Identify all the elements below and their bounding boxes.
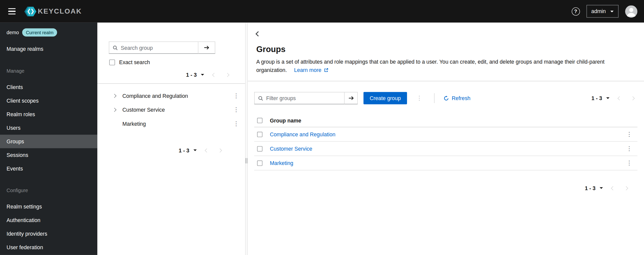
chevron-left-icon: [212, 73, 216, 77]
row-kebab-menu-icon[interactable]: ⋮: [624, 129, 634, 139]
sidebar-item-identity-providers[interactable]: Identity providers: [0, 227, 97, 241]
tree-search-row: [109, 41, 245, 54]
sidebar-item-sessions[interactable]: Sessions: [0, 148, 97, 162]
help-icon[interactable]: ?: [572, 7, 580, 16]
table-row: Customer Service ⋮: [254, 142, 637, 156]
avatar[interactable]: [625, 5, 637, 17]
tree-pagination-menu-toggle[interactable]: 1 - 3: [183, 69, 208, 80]
external-link-icon: [324, 68, 329, 73]
tree-divider: [97, 83, 245, 84]
chevron-right-icon: [225, 73, 229, 77]
table-pagination-bottom: 1 - 3: [248, 182, 644, 194]
keycloak-admin-console: KEYCLOAK ? admin demo Current realm: [0, 0, 644, 255]
groups-tree-panel: Exact search 1 - 3 Compliance and Regula…: [97, 23, 245, 255]
avatar-icon: [625, 5, 637, 17]
sidebar-item-users[interactable]: Users: [0, 121, 97, 135]
table-pagination-menu-toggle-bottom[interactable]: 1 - 3: [582, 183, 606, 194]
sidebar-item-clients[interactable]: Clients: [0, 80, 97, 94]
filter-groups-submit-button[interactable]: [345, 92, 358, 104]
refresh-button[interactable]: Refresh: [444, 95, 470, 101]
previous-page-button: [207, 69, 220, 81]
chevron-right-icon: [624, 186, 628, 190]
row-checkbox[interactable]: [257, 132, 262, 137]
tree-item-compliance-and-regulation[interactable]: Compliance and Regulation ⋮: [97, 89, 245, 103]
chevron-down-icon: [600, 187, 603, 189]
tree-item-customer-service[interactable]: Customer Service ⋮: [97, 103, 245, 117]
chevron-right-icon: [218, 148, 222, 152]
keycloak-logo[interactable]: KEYCLOAK: [24, 5, 82, 17]
chevron-down-icon: [201, 74, 204, 76]
group-link[interactable]: Compliance and Regulation: [270, 131, 336, 137]
group-tree-label[interactable]: Customer Service: [123, 107, 231, 113]
row-kebab-menu-icon[interactable]: ⋮: [624, 158, 634, 168]
collapse-tree-button[interactable]: [253, 28, 263, 39]
sidebar-item-events[interactable]: Events: [0, 162, 97, 175]
hamburger-icon: [8, 8, 16, 9]
table-header-row: Group name: [254, 114, 637, 127]
column-header-group-name: Group name: [270, 117, 621, 123]
user-menu-dropdown[interactable]: admin: [586, 5, 619, 18]
chevron-left-icon: [205, 148, 209, 152]
masthead: KEYCLOAK ? admin: [0, 0, 644, 23]
group-tree-label[interactable]: Marketing: [123, 120, 231, 126]
sidebar-item-client-scopes[interactable]: Client scopes: [0, 94, 97, 108]
search-group-input-group: [109, 41, 198, 54]
group-link[interactable]: Customer Service: [270, 146, 312, 152]
sidebar-item-authentication[interactable]: Authentication: [0, 214, 97, 227]
search-group-submit-button[interactable]: [198, 41, 215, 54]
current-realm-badge: Current realm: [22, 28, 57, 37]
select-all-checkbox[interactable]: [257, 118, 262, 123]
realm-selector[interactable]: demo Current realm: [0, 26, 97, 39]
expand-chevron-icon[interactable]: [110, 91, 119, 100]
learn-more-link[interactable]: Learn more: [294, 66, 328, 74]
drag-handle-icon: [246, 158, 247, 163]
group-tree-label[interactable]: Compliance and Regulation: [123, 93, 231, 99]
kebab-menu-icon[interactable]: ⋮: [231, 105, 241, 114]
drawer-resize-splitter[interactable]: [245, 23, 248, 255]
sidebar-item-user-federation[interactable]: User federation: [0, 241, 97, 254]
tree-pagination-menu-toggle-bottom[interactable]: 1 - 3: [175, 145, 200, 156]
toolbar-kebab-menu-icon: ⋮: [414, 93, 424, 103]
username: admin: [591, 8, 606, 14]
sidebar-item-realm-roles[interactable]: Realm roles: [0, 108, 97, 121]
next-page-button: [213, 144, 226, 156]
table-row: Compliance and Regulation ⋮: [254, 127, 637, 142]
row-checkbox[interactable]: [257, 160, 262, 166]
pagination-range: 1 - 3: [186, 72, 197, 78]
chevron-left-icon: [617, 96, 621, 100]
tree-item-marketing[interactable]: Marketing ⋮: [97, 117, 245, 131]
keycloak-logo-icon: [24, 5, 37, 17]
next-page-button: [221, 69, 234, 81]
nav-section-title-configure: Configure: [0, 188, 97, 193]
nav-toggle-button[interactable]: [7, 7, 17, 16]
create-group-button[interactable]: Create group: [364, 92, 407, 104]
sidebar-item-realm-settings[interactable]: Realm settings: [0, 200, 97, 214]
kebab-menu-icon[interactable]: ⋮: [231, 119, 241, 129]
row-checkbox[interactable]: [257, 146, 262, 151]
expand-chevron-icon[interactable]: [110, 105, 119, 114]
nav-section-title-manage: Manage: [0, 68, 97, 74]
filter-groups-input[interactable]: [266, 95, 341, 101]
table-pagination-menu-toggle[interactable]: 1 - 3: [588, 93, 613, 104]
sidebar-item-manage-realms[interactable]: Manage realms: [0, 42, 97, 56]
sidebar-item-groups[interactable]: Groups: [0, 135, 97, 148]
exact-search-label: Exact search: [119, 59, 150, 65]
kebab-menu-icon[interactable]: ⋮: [231, 91, 241, 101]
page-description: A group is a set of attributes and role …: [256, 58, 634, 74]
search-group-input[interactable]: [121, 45, 195, 51]
exact-search-checkbox[interactable]: [109, 59, 115, 65]
refresh-icon: [444, 96, 449, 101]
previous-page-button: [200, 144, 213, 156]
previous-page-button: [613, 92, 626, 104]
tree-pagination-top: 1 - 3: [97, 69, 245, 81]
search-icon: [112, 45, 118, 50]
chevron-left-icon: [611, 186, 615, 190]
row-kebab-menu-icon[interactable]: ⋮: [624, 144, 634, 153]
group-link[interactable]: Marketing: [270, 160, 293, 166]
groups-toolbar: Create group ⋮ Refresh 1 - 3: [248, 81, 644, 104]
nav-section-configure: Configure Realm settings Authentication …: [0, 188, 97, 254]
pagination-range: 1 - 3: [179, 147, 189, 153]
chevron-right-icon: [630, 96, 634, 100]
tree-pagination-bottom: 1 - 3: [97, 144, 245, 156]
chevron-down-icon: [610, 11, 614, 12]
